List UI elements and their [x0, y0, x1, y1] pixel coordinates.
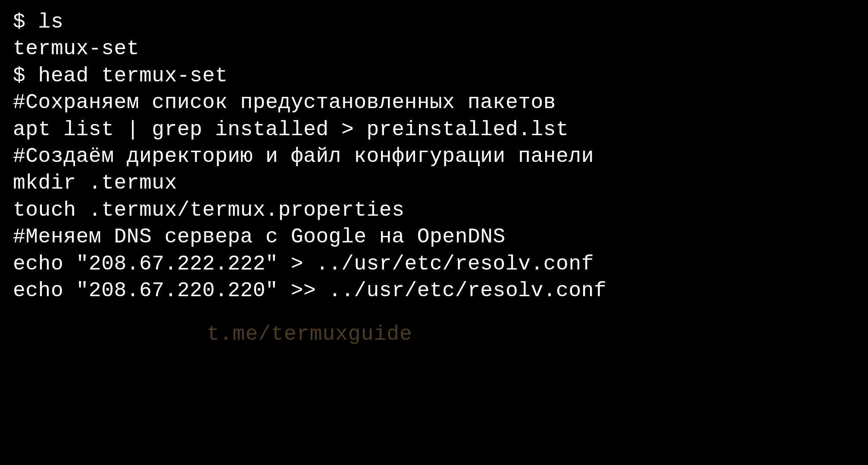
terminal-output[interactable]: $ ls termux-set $ head termux-set #Сохра…: [13, 9, 855, 304]
terminal-line: #Сохраняем список предустановленных паке…: [13, 89, 855, 116]
watermark-text: t.me/termuxguide: [207, 321, 412, 347]
terminal-line: touch .termux/termux.properties: [13, 197, 855, 223]
terminal-line: mkdir .termux: [13, 170, 855, 196]
terminal-line: #Создаём директорию и файл конфигурации …: [13, 143, 855, 170]
terminal-line: apt list | grep installed > preinstalled…: [13, 116, 855, 143]
terminal-line: $ head termux-set: [13, 62, 855, 89]
terminal-line: termux-set: [13, 35, 855, 62]
terminal-line: $ ls: [13, 9, 855, 35]
terminal-line: echo "208.67.222.222" > ../usr/etc/resol…: [13, 251, 855, 277]
terminal-line: #Меняем DNS сервера с Google на OpenDNS: [13, 223, 855, 250]
terminal-line: echo "208.67.220.220" >> ../usr/etc/reso…: [13, 277, 855, 304]
